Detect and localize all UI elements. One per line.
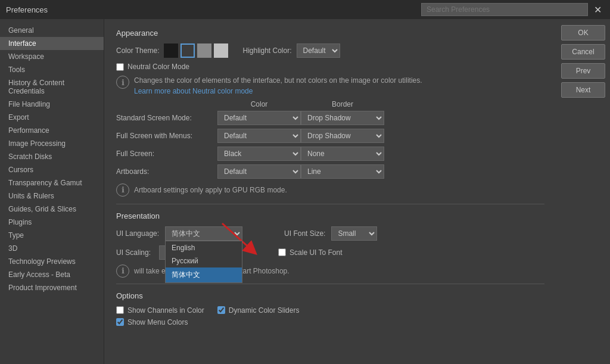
next-button[interactable]: Next (561, 82, 605, 98)
ok-button[interactable]: OK (561, 25, 605, 41)
lang-option-russian[interactable]: Русский (166, 254, 242, 267)
screen-row-fullscreen: Full Screen: Black None (116, 147, 544, 161)
screen-fullscreen-menus-color[interactable]: Default (217, 129, 301, 143)
right-buttons-panel: OK Cancel Prev Next (556, 19, 610, 364)
ui-scaling-label: UI Scaling: (116, 248, 151, 257)
show-menu-colors-row: Show Menu Colors (116, 318, 544, 326)
color-theme-label: Color Theme: (116, 46, 159, 55)
screen-standard-color[interactable]: Default (217, 111, 301, 125)
close-button[interactable]: ✕ (592, 4, 604, 15)
info-box: ℹ Changes the color of elements of the i… (116, 76, 426, 95)
sidebar-item-image-processing[interactable]: Image Processing (0, 137, 104, 150)
ui-language-label: UI Language: (116, 229, 159, 238)
lang-option-chinese[interactable]: 简体中文 (166, 267, 242, 282)
screen-row-fullscreen-menus: Full Screen with Menus: Default Drop Sha… (116, 129, 544, 143)
sidebar-item-early-access[interactable]: Early Access - Beta (0, 268, 104, 281)
screen-artboards-label: Artboards: (116, 167, 217, 176)
dynamic-color-sliders-checkbox[interactable] (217, 306, 225, 314)
scale-ui-font-wrapper: Scale UI To Font (278, 248, 343, 257)
artboard-info-text: Artboard settings only apply to GPU RGB … (134, 186, 287, 194)
color-themes (164, 43, 228, 58)
sidebar-item-guides-grid[interactable]: Guides, Grid & Slices (0, 203, 104, 216)
cancel-button[interactable]: Cancel (561, 44, 605, 60)
title-bar-right: ✕ (421, 3, 604, 16)
show-channels-row: Show Channels in Color Dynamic Color Sli… (116, 306, 544, 315)
restart-info-icon: ℹ (116, 265, 129, 278)
presentation-title: Presentation (116, 211, 544, 220)
highlight-color-select[interactable]: Default (297, 43, 340, 58)
sidebar-item-export[interactable]: Export (0, 111, 104, 124)
screen-fullscreen-menus-label: Full Screen with Menus: (116, 132, 217, 140)
screen-fullscreen-border[interactable]: None (301, 147, 384, 161)
theme-dark2[interactable] (180, 43, 195, 58)
sidebar-item-transparency-gamut[interactable]: Transparency & Gamut (0, 176, 104, 189)
col-empty (116, 100, 217, 108)
show-menu-colors-checkbox[interactable] (116, 318, 124, 326)
screen-fullscreen-menus-border[interactable]: Drop Shadow (301, 129, 384, 143)
sidebar-item-workspace[interactable]: Workspace (0, 50, 104, 63)
screen-standard-border[interactable]: Drop Shadow (301, 111, 384, 125)
show-channels-label: Show Channels in Color (127, 306, 204, 315)
sidebar-item-file-handling[interactable]: File Handling (0, 98, 104, 111)
info-content: Changes the color of elements of the int… (134, 76, 422, 95)
sidebar-item-technology-previews[interactable]: Technology Previews (0, 255, 104, 268)
title-bar: Preferences ✕ (0, 0, 610, 19)
screen-table-header: Color Border (116, 100, 544, 108)
sidebar-item-product-improvement[interactable]: Product Improvement (0, 281, 104, 294)
screen-mode-table: Color Border Standard Screen Mode: Defau… (116, 100, 544, 179)
screen-artboards-color[interactable]: Default (217, 164, 301, 179)
title-bar-left: Preferences (6, 5, 48, 14)
sidebar-item-tools[interactable]: Tools (0, 63, 104, 76)
options-title: Options (116, 291, 544, 300)
screen-row-standard: Standard Screen Mode: Default Drop Shado… (116, 111, 544, 125)
screen-fullscreen-color[interactable]: Black (217, 147, 301, 161)
neutral-mode-label: Neutral Color Mode (127, 63, 189, 71)
ui-language-dropdown-wrapper: English Русский 简体中文 English Русский 简体中… (165, 226, 242, 241)
ui-font-size-select[interactable]: Small Medium Large (331, 226, 377, 241)
dynamic-color-sliders-label: Dynamic Color Sliders (229, 306, 300, 315)
screen-artboards-border[interactable]: Line (301, 164, 384, 179)
theme-light[interactable] (197, 43, 211, 58)
preferences-dialog: Preferences ✕ General Interface Workspac… (0, 0, 610, 364)
info-text: Changes the color of elements of the int… (134, 76, 422, 85)
prev-button[interactable]: Prev (561, 63, 605, 79)
lang-option-english[interactable]: English (166, 241, 242, 254)
language-dropdown-menu: English Русский 简体中文 (165, 241, 242, 283)
sidebar-item-3d[interactable]: 3D (0, 242, 104, 255)
sidebar-item-scratch-disks[interactable]: Scratch Disks (0, 150, 104, 163)
highlight-color-label: Highlight Color: (242, 46, 291, 55)
neutral-mode-row: Neutral Color Mode (116, 63, 544, 71)
show-menu-colors-label: Show Menu Colors (127, 318, 188, 326)
sidebar-item-history[interactable]: History & Content Credentials (0, 76, 104, 98)
screen-fullscreen-label: Full Screen: (116, 150, 217, 158)
screen-standard-label: Standard Screen Mode: (116, 114, 217, 122)
theme-dark[interactable] (164, 43, 178, 58)
artboard-info-icon: ℹ (116, 183, 129, 197)
info-link[interactable]: Learn more about Neutral color mode (134, 87, 422, 95)
dialog-title: Preferences (6, 5, 48, 14)
sidebar-item-cursors[interactable]: Cursors (0, 163, 104, 176)
ui-font-size-label: UI Font Size: (284, 229, 325, 238)
color-theme-row: Color Theme: Highlight Color: Default (116, 43, 544, 58)
ui-language-select[interactable]: English Русский 简体中文 (165, 226, 242, 241)
col-border: Border (301, 100, 384, 108)
sidebar-item-interface[interactable]: Interface (0, 37, 104, 50)
theme-white[interactable] (214, 43, 228, 58)
sidebar-item-plugins[interactable]: Plugins (0, 216, 104, 229)
search-input[interactable] (421, 3, 588, 16)
artboard-info: ℹ Artboard settings only apply to GPU RG… (116, 183, 544, 197)
scale-ui-font-checkbox[interactable] (278, 248, 286, 256)
sidebar: General Interface Workspace Tools Histor… (0, 19, 104, 364)
info-icon: ℹ (116, 76, 129, 89)
sidebar-item-general[interactable]: General (0, 24, 104, 37)
col-color: Color (217, 100, 301, 108)
sidebar-item-type[interactable]: Type (0, 229, 104, 242)
show-channels-checkbox[interactable] (116, 306, 124, 314)
options-section: Options Show Channels in Color Dynamic C… (116, 291, 544, 326)
sidebar-item-performance[interactable]: Performance (0, 124, 104, 137)
sidebar-item-units-rulers[interactable]: Units & Rulers (0, 189, 104, 203)
dialog-body: General Interface Workspace Tools Histor… (0, 19, 610, 364)
presentation-section: Presentation UI Language: (116, 211, 544, 278)
neutral-mode-checkbox[interactable] (116, 63, 124, 71)
main-content: Appearance Color Theme: Highlight Color:… (104, 19, 556, 364)
